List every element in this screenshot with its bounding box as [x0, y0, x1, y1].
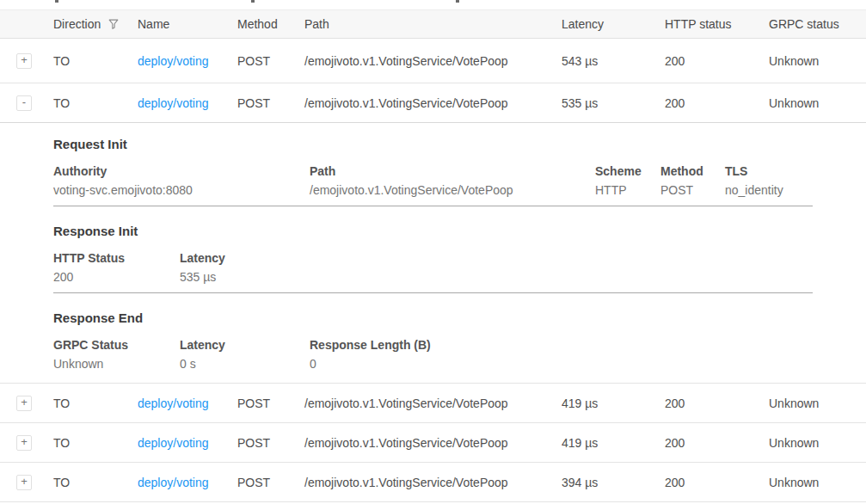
detail-field-authority: Authority voting-svc.emojivoto:8080 [53, 164, 310, 197]
name-link[interactable]: deploy/voting [138, 436, 237, 450]
detail-field-tls: TLS no_identity [725, 164, 795, 197]
direction-cell: TO [53, 96, 138, 110]
table-row: + TO deploy/voting POST /emojivoto.v1.Vo… [0, 423, 866, 463]
latency-cell: 394 µs [562, 476, 665, 489]
http-status-cell: 200 [665, 396, 769, 410]
column-header-grpc-status: GRPC status [769, 17, 866, 31]
latency-cell: 419 µs [562, 436, 665, 450]
filter-icon[interactable] [107, 18, 120, 30]
path-cell: /emojivoto.v1.VotingService/VotePoop [304, 436, 562, 450]
latency-cell: 535 µs [562, 96, 665, 110]
grpc-status-cell: Unknown [769, 476, 866, 489]
section-title: Response End [53, 310, 866, 325]
grpc-status-cell: Unknown [769, 436, 866, 450]
table-row: + TO deploy/voting POST /emojivoto.v1.Vo… [0, 463, 866, 502]
table-row: + TO deploy/voting POST /emojivoto.v1.Vo… [0, 384, 866, 423]
expand-row-button[interactable]: + [16, 435, 32, 451]
response-end-section: Response End GRPC Status Unknown Latency… [53, 310, 866, 371]
detail-field-latency: Latency 0 s [180, 338, 310, 371]
column-header-latency: Latency [562, 17, 665, 31]
path-cell: /emojivoto.v1.VotingService/VotePoop [304, 396, 562, 410]
clipped-text-fragment [55, 0, 58, 3]
name-link[interactable]: deploy/voting [138, 476, 237, 489]
grpc-status-cell: Unknown [769, 396, 866, 410]
name-link[interactable]: deploy/voting [138, 54, 237, 68]
detail-field-scheme: Scheme HTTP [595, 164, 660, 197]
method-cell: POST [237, 396, 304, 410]
column-header-path: Path [304, 17, 562, 31]
detail-field-grpc-status: GRPC Status Unknown [53, 338, 180, 371]
path-cell: /emojivoto.v1.VotingService/VotePoop [304, 54, 562, 68]
method-cell: POST [237, 54, 304, 68]
name-link[interactable]: deploy/voting [138, 396, 237, 410]
clipped-text-fragment [251, 0, 255, 3]
expand-row-button[interactable]: + [16, 53, 32, 69]
tap-table-view: Direction Name Method Path Latency HTTP … [0, 0, 866, 504]
direction-cell: TO [53, 476, 138, 489]
method-cell: POST [237, 96, 304, 110]
section-title: Response Init [53, 224, 866, 238]
path-cell: /emojivoto.v1.VotingService/VotePoop [304, 96, 562, 110]
http-status-cell: 200 [665, 436, 769, 450]
latency-cell: 419 µs [562, 396, 665, 410]
path-cell: /emojivoto.v1.VotingService/VotePoop [304, 476, 562, 489]
detail-field-method: Method POST [660, 164, 725, 197]
name-link[interactable]: deploy/voting [138, 96, 237, 110]
expand-row-button[interactable]: + [16, 396, 32, 411]
method-cell: POST [237, 476, 304, 489]
table-header: Direction Name Method Path Latency HTTP … [0, 9, 866, 39]
http-status-cell: 200 [665, 96, 769, 110]
column-header-label: Direction [53, 17, 101, 31]
section-title: Request Init [53, 137, 866, 151]
section-divider [53, 292, 813, 293]
http-status-cell: 200 [665, 476, 769, 489]
detail-field-latency: Latency 535 µs [180, 251, 237, 284]
section-divider [53, 206, 813, 206]
expand-row-button[interactable]: + [16, 475, 32, 490]
grpc-status-cell: Unknown [769, 54, 866, 68]
direction-cell: TO [53, 396, 138, 410]
http-status-cell: 200 [665, 54, 769, 68]
detail-field-http-status: HTTP Status 200 [53, 251, 180, 284]
direction-cell: TO [53, 436, 138, 450]
column-header-name: Name [138, 17, 237, 31]
request-init-section: Request Init Authority voting-svc.emojiv… [53, 137, 866, 206]
response-init-section: Response Init HTTP Status 200 Latency 53… [53, 224, 866, 293]
column-header-method: Method [237, 17, 304, 31]
expanded-row-detail: Request Init Authority voting-svc.emojiv… [0, 122, 866, 384]
detail-field-path: Path /emojivoto.v1.VotingService/VotePoo… [310, 164, 595, 197]
detail-field-response-length: Response Length (B) 0 [310, 338, 443, 371]
latency-cell: 543 µs [562, 54, 665, 68]
grpc-status-cell: Unknown [769, 96, 866, 110]
table-row: + TO deploy/voting POST /emojivoto.v1.Vo… [0, 39, 866, 83]
clipped-row-above [0, 0, 866, 9]
column-header-direction: Direction [53, 17, 138, 31]
direction-cell: TO [53, 54, 138, 68]
clipped-text-fragment [456, 0, 459, 3]
table-row-expanded: - TO deploy/voting POST /emojivoto.v1.Vo… [0, 83, 866, 122]
column-header-http-status: HTTP status [665, 17, 769, 31]
method-cell: POST [237, 436, 304, 450]
collapse-row-button[interactable]: - [16, 95, 32, 111]
